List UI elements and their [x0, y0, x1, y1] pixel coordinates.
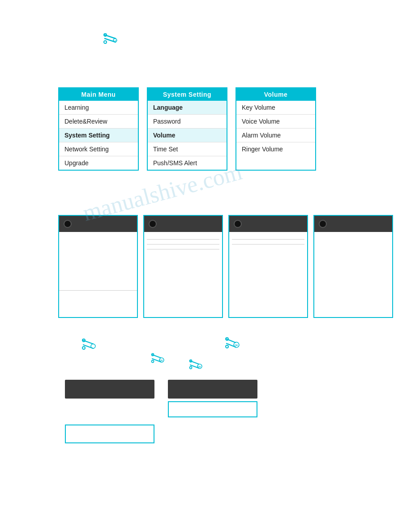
bottom-bar-right-group [168, 380, 257, 417]
light-bar-right [168, 401, 257, 417]
svg-text:OK: OK [235, 344, 238, 347]
menu-item-network-setting[interactable]: Network Setting [59, 142, 138, 156]
menus-section: Main Menu Learning Delete&Review System … [58, 87, 316, 171]
dark-box-2-body [144, 232, 222, 290]
dark-dot-4 [319, 220, 327, 228]
dark-box-2-line-1 [147, 239, 219, 240]
menu-item-password[interactable]: Password [148, 115, 227, 129]
scissors-ok-icon-right2: OK [188, 357, 203, 374]
dark-box-2-line-2 [147, 244, 219, 245]
top-settings-icon: OK [102, 30, 118, 48]
scissors-ok-icon-right: OK [224, 335, 241, 353]
menu-item-delete-review[interactable]: Delete&Review [59, 115, 138, 129]
main-menu-header: Main Menu [59, 88, 138, 101]
menu-item-volume[interactable]: Volume [148, 129, 227, 142]
bottom-icons-section: OK OK OK [58, 334, 304, 387]
dark-dot-3 [234, 220, 242, 228]
menu-item-system-setting[interactable]: System Setting [59, 129, 138, 142]
menu-item-key-volume[interactable]: Key Volume [236, 101, 315, 115]
svg-point-9 [82, 347, 85, 349]
dark-box-1-footer [59, 290, 137, 303]
svg-point-20 [152, 360, 154, 363]
dark-box-3-body [229, 232, 307, 290]
svg-point-10 [91, 344, 95, 348]
dark-box-1 [58, 215, 138, 318]
volume-box: Volume Key Volume Voice Volume Alarm Vol… [235, 87, 316, 171]
svg-text:OK: OK [114, 39, 117, 42]
main-menu-box: Main Menu Learning Delete&Review System … [58, 87, 139, 171]
dark-box-4-body [314, 232, 392, 317]
svg-point-14 [226, 345, 228, 348]
dark-box-2-line-3 [147, 249, 219, 249]
menu-item-language[interactable]: Language [148, 101, 227, 115]
outline-box-bottom [65, 425, 154, 443]
dark-box-3-header [229, 216, 307, 232]
menu-item-learning[interactable]: Learning [59, 101, 138, 115]
menu-item-time-set[interactable]: Time Set [148, 142, 227, 156]
dark-bar-right [168, 380, 257, 399]
dark-box-1-header [59, 216, 137, 232]
dark-box-1-body [59, 232, 137, 290]
dark-box-4-header [314, 216, 392, 232]
svg-text:OK: OK [198, 366, 201, 368]
menu-item-alarm-volume[interactable]: Alarm Volume [236, 129, 315, 142]
dark-box-2-header [144, 216, 222, 232]
dark-box-4 [313, 215, 393, 318]
menu-item-push-sms[interactable]: Push/SMS Alert [148, 156, 227, 170]
menu-item-upgrade[interactable]: Upgrade [59, 156, 138, 170]
dark-box-3-line-1 [232, 239, 304, 240]
dark-bar-left [65, 380, 154, 399]
dark-box-2 [143, 215, 223, 318]
dark-dot-2 [149, 220, 157, 228]
bottom-bar-left [65, 380, 154, 399]
dark-box-3 [228, 215, 308, 318]
menu-item-ringer-volume[interactable]: Ringer Volume [236, 142, 315, 156]
dark-box-3-line-2 [232, 244, 304, 245]
dark-boxes-section [58, 215, 393, 318]
svg-point-26 [190, 367, 192, 369]
system-setting-header: System Setting [148, 88, 227, 101]
scissors-ok-icon-center: OK [150, 351, 165, 368]
svg-point-3 [104, 41, 107, 43]
system-setting-box: System Setting Language Password Volume … [147, 87, 227, 171]
volume-header: Volume [236, 88, 315, 101]
scissors-settings-icon-left [81, 336, 97, 354]
dark-dot-1 [64, 220, 72, 228]
menu-item-voice-volume[interactable]: Voice Volume [236, 115, 315, 129]
svg-text:OK: OK [160, 360, 163, 362]
